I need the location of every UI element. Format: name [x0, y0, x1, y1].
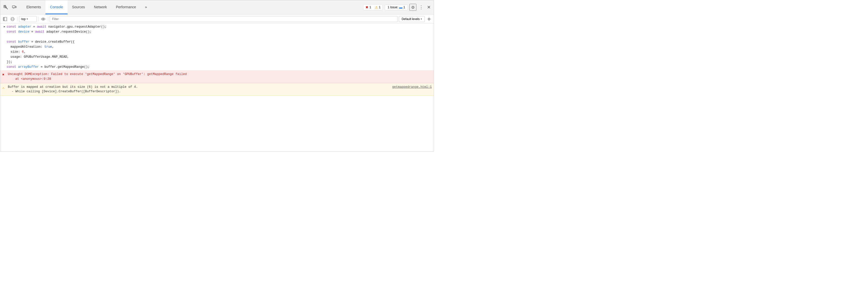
svg-point-15 [43, 19, 43, 19]
levels-selector[interactable]: Default levels ▾ [399, 16, 425, 22]
context-selector[interactable]: top ▾ [19, 16, 37, 22]
context-label: top [21, 17, 26, 21]
tab-console[interactable]: Console [45, 0, 67, 14]
inspect-element-btn[interactable] [2, 4, 9, 11]
settings-btn[interactable]: ⚙ [409, 4, 416, 11]
warning-count: 1 [379, 5, 381, 9]
issues-badge[interactable]: 1 Issue: ▬ 1 [385, 4, 408, 10]
levels-label: Default levels [402, 17, 420, 21]
warning-message: Buffer is mapped at creation but its siz… [8, 85, 388, 94]
console-toolbar: top ▾ Default levels ▾ ⚙ [0, 14, 434, 24]
console-output[interactable]: ▶ const adapter = await navigator.gpu.re… [0, 24, 434, 151]
tab-bar-right: ✖ 1 ⚠ 1 1 Issue: ▬ 1 ⚙ ⋮ ✕ [363, 4, 432, 11]
issue-label: 1 Issue: [388, 5, 398, 9]
more-options-btn[interactable]: ⋮ [418, 4, 425, 10]
tab-list: Elements Console Sources Network Perform… [22, 0, 363, 14]
console-gear-icon: ⚙ [428, 17, 431, 21]
clear-console-btn[interactable] [9, 16, 16, 22]
tab-bar-icons [2, 4, 18, 11]
issue-count: 1 [403, 5, 405, 9]
svg-rect-2 [4, 7, 5, 7]
console-code-entry: ▶ const adapter = await navigator.gpu.re… [0, 24, 434, 70]
error-badge[interactable]: ✖ 1 ⚠ 1 [363, 4, 383, 10]
tab-performance[interactable]: Performance [111, 0, 141, 14]
toolbar-separator-1 [17, 16, 18, 22]
error-count: 1 [369, 5, 371, 9]
tab-bar: Elements Console Sources Network Perform… [0, 0, 434, 14]
filter-input[interactable] [50, 16, 398, 22]
console-error-entry: ✖ Uncaught DOMException: Failed to execu… [0, 70, 434, 83]
console-settings-btn[interactable]: ⚙ [426, 16, 432, 22]
context-arrow-icon: ▾ [27, 18, 28, 20]
svg-rect-7 [13, 8, 14, 8]
error-circle-icon: ✖ [2, 72, 4, 77]
svg-rect-6 [15, 6, 16, 8]
warning-triangle-icon: ⚠ [2, 85, 4, 91]
toolbar-separator-3 [48, 16, 48, 22]
tab-elements[interactable]: Elements [22, 0, 45, 14]
levels-arrow-icon: ▾ [421, 18, 422, 20]
device-toolbar-btn[interactable] [11, 4, 18, 11]
live-expression-btn[interactable] [40, 16, 46, 22]
expand-arrow[interactable]: ▶ [3, 25, 6, 28]
devtools-window: Elements Console Sources Network Perform… [0, 0, 434, 152]
close-devtools-btn[interactable]: ✕ [426, 4, 432, 10]
settings-icon: ⚙ [411, 5, 415, 10]
warning-source-link[interactable]: getmappedrange.html:1 [392, 85, 432, 90]
tab-more[interactable]: » [141, 0, 152, 14]
issue-icon: ▬ [399, 5, 402, 9]
warning-icon: ⚠ [375, 5, 378, 9]
show-console-drawer-btn[interactable] [2, 16, 8, 22]
toolbar-separator-2 [38, 16, 38, 22]
error-icon: ✖ [366, 5, 368, 9]
tab-network[interactable]: Network [89, 0, 111, 14]
svg-rect-9 [3, 17, 4, 21]
console-warning-entry: ⚠ Buffer is mapped at creation but its s… [0, 83, 434, 96]
console-code-block: const adapter = await navigator.gpu.requ… [7, 24, 432, 69]
svg-rect-5 [12, 6, 15, 8]
error-message: Uncaught DOMException: Failed to execute… [8, 72, 432, 81]
tab-sources[interactable]: Sources [68, 0, 89, 14]
svg-rect-0 [4, 5, 5, 6]
svg-rect-1 [4, 6, 5, 7]
